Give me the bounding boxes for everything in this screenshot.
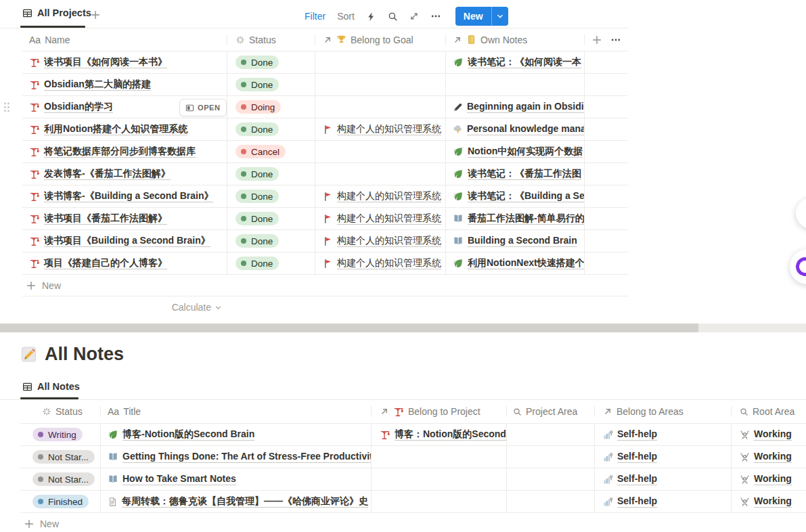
sort-button[interactable]: Sort [337,11,355,22]
status-cell[interactable]: Not Star... [20,468,100,490]
root-area-cell[interactable]: Working [731,491,806,512]
table-row[interactable]: Not Star... Getting Things Done: The Art… [20,446,806,468]
name-cell[interactable]: Obsidian第二大脑的搭建 [22,74,227,95]
name-cell[interactable]: 项目《搭建自己的个人博客》 [22,252,227,274]
areas-cell[interactable]: Self-help [594,424,731,445]
status-badge[interactable]: Doing [236,100,281,114]
goal-cell[interactable]: 构建个人的知识管理系统 [315,230,445,252]
goal-cell[interactable]: 构建个人的知识管理系统 [315,118,445,140]
tab-all-notes[interactable]: All Notes [22,381,80,392]
status-cell[interactable]: Done [227,74,315,95]
status-cell[interactable]: Done [227,230,315,252]
table-row[interactable]: Obsidian第二大脑的搭建 Done [22,74,628,96]
new-button-label[interactable]: New [455,11,491,22]
status-badge[interactable]: Finished [32,495,89,508]
table-row[interactable]: Finished 每周转载：德鲁克谈【自我管理】——《哈佛商业评论》史 Self… [20,491,806,513]
scrollbar-thumb[interactable] [0,324,698,332]
goal-cell[interactable]: 构建个人的知识管理系统 [315,185,445,207]
project-cell[interactable]: 博客：Notion版的Second [371,424,506,445]
floating-button-logo[interactable] [790,249,806,284]
root-area-cell[interactable]: Working [731,468,806,490]
title-cell[interactable]: 博客-Notion版的Second Brain [100,424,371,445]
status-cell[interactable]: Done [227,163,315,185]
name-cell[interactable]: 读书博客-《Building a Second Brain》 [22,185,227,207]
title-cell[interactable]: 每周转载：德鲁克谈【自我管理】——《哈佛商业评论》史 [100,491,371,512]
project-cell[interactable] [371,468,506,490]
status-badge[interactable]: Writing [32,428,83,441]
automation-bolt-icon[interactable] [366,12,376,22]
status-badge[interactable]: Not Star... [32,472,95,486]
table-row[interactable]: Writing 博客-Notion版的Second Brain 博客：Notio… [20,424,806,446]
name-cell[interactable]: 读书项目《Building a Second Brain》 [22,230,227,252]
column-header-name[interactable]: Aa Name [22,35,227,45]
status-cell[interactable]: Writing [20,424,100,445]
search-icon[interactable] [388,12,398,22]
notes-cell[interactable]: Notion中如何实现两个数据 [445,141,584,162]
status-badge[interactable]: Done [236,212,279,225]
notes-cell[interactable]: 读书笔记：《Building a Se [445,185,584,207]
status-badge[interactable]: Done [236,234,279,248]
horizontal-scrollbar[interactable] [0,324,806,332]
column-header-belong-to-project[interactable]: Belong to Project [371,406,506,417]
floating-button[interactable] [796,198,806,229]
section-title[interactable]: All Notes [45,344,124,365]
notes-cell[interactable]: 番茄工作法图解-简单易行的 [445,208,584,229]
status-badge[interactable]: Done [236,78,279,91]
name-cell[interactable]: 将笔记数据库部分同步到博客数据库 [22,141,227,162]
column-header-belong-to-areas[interactable]: Belong to Areas [594,406,731,417]
table-row[interactable]: 读书项目《番茄工作法图解》 Done 构建个人的知识管理系统 番茄工作法图解-简… [22,208,628,230]
expand-icon[interactable] [409,12,419,21]
title-cell[interactable]: How to Take Smart Notes [100,468,371,490]
status-cell[interactable]: Cancel [227,141,315,162]
column-header-belong-to-goal[interactable]: Belong to Goal [315,35,445,45]
new-row-button[interactable]: New [20,513,806,532]
project-area-cell[interactable] [506,468,594,490]
status-cell[interactable]: Doing [227,96,315,118]
project-cell[interactable] [371,491,506,512]
calculate-button[interactable]: Calculate [22,296,222,318]
new-button[interactable]: New [455,7,508,26]
status-badge[interactable]: Cancel [236,145,286,158]
goal-cell[interactable] [315,74,445,95]
notes-cell[interactable]: Building a Second Brain [445,230,584,252]
status-cell[interactable]: Done [227,185,315,207]
table-row[interactable]: 项目《搭建自己的个人博客》 Done 构建个人的知识管理系统 利用NotionN… [22,252,628,275]
status-cell[interactable]: Done [227,252,315,274]
new-button-chevron[interactable] [491,7,508,26]
status-cell[interactable]: Done [227,118,315,140]
column-header-title[interactable]: Aa Title [100,406,371,417]
project-cell[interactable] [371,446,506,468]
table-more-icon[interactable] [610,35,621,45]
goal-cell[interactable] [315,163,445,185]
areas-cell[interactable]: Self-help [594,491,731,512]
notes-cell[interactable]: 读书笔记：《番茄工作法图 [445,163,584,185]
status-badge[interactable]: Done [236,257,279,270]
goal-cell[interactable] [315,96,445,118]
status-badge[interactable]: Not Star... [32,450,95,464]
areas-cell[interactable]: Self-help [594,446,731,468]
status-badge[interactable]: Done [236,56,279,69]
drag-handle-icon[interactable] [3,102,11,113]
table-row[interactable]: 读书项目《如何阅读一本书》 Done 读书笔记：《如何阅读一本 [22,51,628,74]
notes-cell[interactable]: 读书笔记：《如何阅读一本 [445,51,584,73]
notes-cell[interactable]: 利用NotionNext快速搭建个 [445,252,584,274]
status-cell[interactable]: Finished [20,491,100,512]
name-cell[interactable]: 利用Notion搭建个人知识管理系统 [22,118,227,140]
status-badge[interactable]: Done [236,190,279,203]
column-header-project-area[interactable]: Project Area [506,406,594,417]
column-header-root-area[interactable]: Root Area [731,406,806,417]
notes-cell[interactable]: Beginning again in Obsidia [445,96,584,118]
more-options-icon[interactable] [430,11,441,22]
column-header-own-notes[interactable]: Own Notes [445,35,584,45]
goal-cell[interactable] [315,51,445,73]
table-row[interactable]: Not Star... How to Take Smart Notes Self… [20,468,806,491]
project-area-cell[interactable] [506,491,594,512]
root-area-cell[interactable]: Working [731,446,806,468]
column-header-status[interactable]: Status [227,35,315,45]
table-row[interactable]: 将笔记数据库部分同步到博客数据库 Cancel Notion中如何实现两个数据 [22,141,628,163]
tab-all-projects[interactable]: All Projects [22,7,91,18]
name-cell[interactable]: 读书项目《如何阅读一本书》 [22,51,227,73]
table-row[interactable]: 读书博客-《Building a Second Brain》 Done 构建个人… [22,185,628,208]
table-row-hovered[interactable]: Obsidian的学习 OPEN Doing Beginning again i… [22,96,628,118]
status-badge[interactable]: Done [236,167,279,181]
